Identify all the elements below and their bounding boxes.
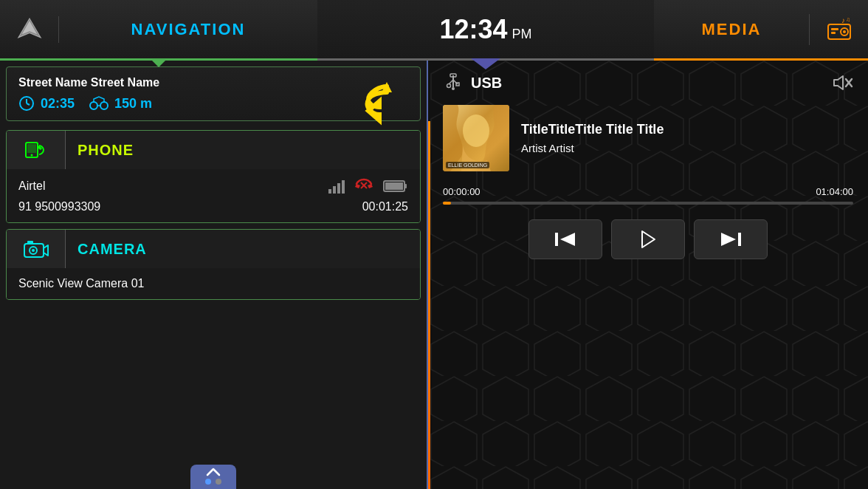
prev-icon	[554, 230, 576, 248]
phone-number: 91 9500993309	[18, 200, 100, 213]
next-button[interactable]	[694, 219, 768, 259]
nav-info-box: Street Name Street Name 02:35	[6, 66, 421, 121]
svg-point-18	[30, 154, 32, 157]
artist-badge: ELLIE GOLDING	[446, 162, 489, 168]
right-content: USB	[428, 61, 868, 489]
media-source-label: USB	[471, 75, 502, 92]
scroll-dot-active	[205, 479, 211, 485]
right-panel: USB	[428, 61, 868, 489]
mute-icon	[831, 73, 853, 92]
nav-label: NAVIGATION	[59, 20, 317, 39]
svg-rect-22	[385, 182, 403, 190]
media-label: MEDIA	[654, 20, 809, 39]
call-duration: 00:01:25	[362, 200, 408, 213]
phone-status-icons	[328, 178, 408, 194]
svg-rect-6	[831, 32, 836, 34]
time-total: 01:04:00	[816, 186, 853, 197]
left-panel: Street Name Street Name 02:35	[0, 61, 428, 489]
album-art-inner: ELLIE GOLDING	[443, 105, 509, 171]
progress-times: 00:00:00 01:04:00	[443, 186, 853, 197]
carrier-name: Airtel	[18, 179, 45, 193]
svg-rect-2	[828, 24, 850, 39]
turn-arrow	[354, 78, 405, 132]
usb-icon	[443, 72, 464, 93]
nav-eta: 02:35	[18, 95, 75, 112]
svg-point-34	[452, 87, 455, 90]
svg-point-12	[90, 102, 97, 109]
svg-text:♫: ♫	[846, 16, 850, 23]
nav-distance-value: 150 m	[114, 96, 152, 112]
time-ampm: PM	[512, 27, 532, 41]
navigation-icon	[16, 16, 43, 43]
main-content: Street Name Street Name 02:35	[0, 61, 868, 489]
nav-tab[interactable]: NAVIGATION	[0, 0, 317, 61]
track-title: TitleTitleTitle Title Title	[521, 122, 664, 137]
svg-point-4	[843, 30, 846, 33]
nav-icon-wrap	[0, 16, 59, 43]
track-text: TitleTitleTitle Title Title Artist Artis…	[521, 105, 664, 171]
track-artist: Artist Artist	[521, 142, 664, 154]
svg-rect-5	[831, 28, 838, 30]
camera-view-name: Scenic View Camera 01	[18, 277, 144, 290]
camera-header[interactable]: CAMERA	[7, 230, 420, 268]
media-icon-wrap: ♪ ♫	[809, 14, 868, 45]
distance-icon	[89, 95, 108, 112]
nav-distance: 150 m	[89, 95, 152, 112]
svg-marker-40	[560, 233, 575, 246]
phone-row2: 91 9500993309 00:01:25	[18, 197, 408, 216]
time-display: 12:34PM	[439, 14, 531, 45]
progress-bar-fill	[443, 202, 451, 205]
progress-bar[interactable]	[443, 202, 853, 205]
top-bar: NAVIGATION 12:34PM MEDIA ♪ ♫	[0, 0, 868, 61]
time-value: 12:34	[439, 14, 507, 44]
svg-rect-27	[27, 241, 33, 244]
track-info: ELLIE GOLDING TitleTitleTitle Title Titl…	[443, 105, 853, 171]
scroll-dot-inactive	[216, 479, 221, 485]
svg-rect-39	[555, 233, 558, 246]
phone-header[interactable]: PHONE	[7, 131, 420, 169]
camera-details: Scenic View Camera 01	[7, 268, 420, 299]
svg-point-26	[32, 249, 35, 252]
svg-text:♪: ♪	[841, 16, 845, 24]
scroll-up-icon	[206, 468, 221, 476]
svg-rect-17	[27, 144, 36, 153]
svg-point-32	[447, 84, 451, 88]
missed-call-icon	[354, 178, 374, 194]
camera-icon	[23, 238, 49, 260]
usb-label: USB	[443, 72, 502, 93]
svg-line-11	[27, 103, 30, 105]
nav-eta-value: 02:35	[41, 96, 75, 112]
signal-bars-icon	[328, 179, 345, 194]
phone-row1: Airtel	[18, 175, 408, 197]
clock-icon	[18, 95, 35, 112]
phone-icon-wrap	[7, 131, 66, 169]
playback-controls	[443, 219, 853, 259]
scroll-indicator[interactable]	[190, 465, 236, 489]
svg-point-13	[100, 102, 108, 109]
camera-title: CAMERA	[66, 230, 420, 268]
phone-title: PHONE	[66, 131, 420, 169]
phone-section: PHONE Airtel	[6, 130, 421, 223]
time-current: 00:00:00	[443, 186, 480, 197]
battery-icon	[383, 179, 408, 194]
svg-rect-42	[738, 233, 741, 246]
svg-point-38	[463, 114, 489, 147]
nav-stats: 02:35 150 m	[18, 95, 408, 112]
vertical-divider	[428, 121, 430, 489]
prev-button[interactable]	[528, 219, 602, 259]
media-radio-icon: ♪ ♫	[824, 14, 855, 45]
scroll-dots	[205, 479, 221, 485]
camera-icon-wrap	[7, 230, 66, 268]
svg-marker-41	[642, 231, 655, 247]
svg-rect-23	[404, 184, 407, 188]
album-art: ELLIE GOLDING	[443, 105, 509, 171]
phone-details: Airtel	[7, 169, 420, 222]
next-icon	[720, 230, 742, 248]
time-section: 12:34PM	[317, 0, 654, 61]
usb-row: USB	[443, 72, 853, 93]
play-button[interactable]	[611, 219, 685, 259]
media-tab[interactable]: MEDIA ♪ ♫	[654, 0, 868, 61]
street-name: Street Name Street Name	[18, 76, 408, 89]
camera-section: CAMERA Scenic View Camera 01	[6, 229, 421, 300]
play-icon	[638, 230, 658, 249]
